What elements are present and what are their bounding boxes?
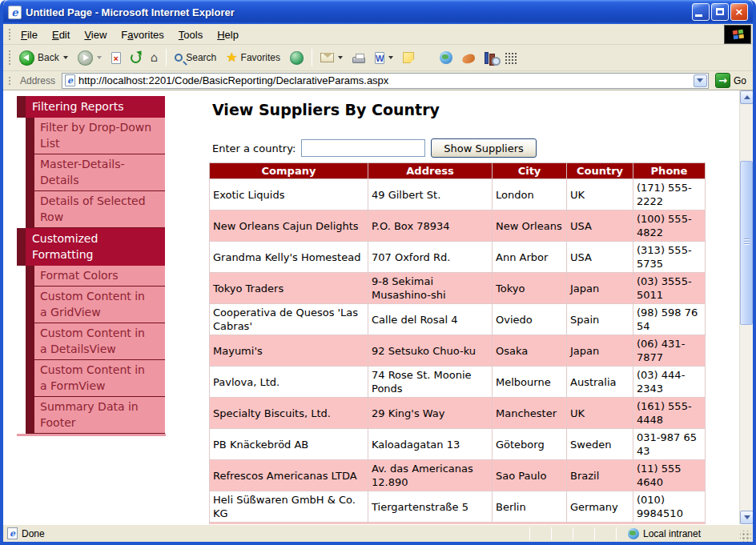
history-button[interactable] (286, 49, 308, 67)
table-cell: Tiergartenstraße 5 (368, 491, 493, 523)
scrollbar-thumb[interactable] (740, 161, 753, 325)
address-dropdown-button[interactable] (694, 74, 707, 87)
table-row: Pavlova, Ltd.74 Rose St. Moonie PondsMel… (210, 367, 706, 398)
sidebar-item[interactable]: Master-Details-Details (34, 154, 165, 191)
books-icon (485, 52, 489, 64)
close-button[interactable]: × (730, 3, 748, 21)
menu-item-favorites[interactable]: Favorites (114, 26, 171, 44)
table-cell: (100) 555-4822 (633, 210, 706, 242)
menu-item-edit[interactable]: Edit (45, 26, 77, 44)
title-bar: e Untitled Page - Microsoft Internet Exp… (3, 0, 753, 24)
forward-button[interactable] (74, 48, 106, 68)
column-header-phone: Phone (633, 163, 706, 179)
table-cell: (03) 3555-5011 (633, 273, 706, 304)
table-cell: Göteborg (493, 429, 567, 460)
go-button[interactable]: → Go (712, 72, 750, 89)
address-label: Address (17, 75, 58, 86)
table-cell: New Orleans (493, 210, 567, 242)
ie-app-icon: e (8, 6, 22, 19)
back-dropdown-icon[interactable] (63, 56, 68, 59)
edit-with-word-button[interactable]: W (371, 50, 397, 66)
menu-item-view[interactable]: View (77, 26, 114, 44)
vertical-scrollbar[interactable] (739, 90, 753, 524)
column-header-company: Company (210, 163, 368, 179)
search-button[interactable]: Search (171, 50, 220, 66)
chevron-down-icon (744, 515, 750, 519)
table-cell: USA (567, 242, 633, 273)
msn-globe-button[interactable] (436, 49, 456, 66)
table-cell: (98) 598 76 54 (633, 304, 706, 335)
scroll-up-button[interactable] (740, 90, 753, 104)
table-cell: Av. das Americanas 12.890 (368, 460, 493, 491)
sidebar-item[interactable]: Details of Selected Row (34, 191, 165, 228)
sidebar-item[interactable]: Summary Data in Footer (34, 397, 165, 434)
sidebar-item[interactable]: Filter by Drop-Down List (34, 118, 165, 154)
sidebar-section-header: Customized Formatting (17, 228, 165, 266)
sidebar-item[interactable]: Format Colors (34, 266, 165, 287)
sidebar-item[interactable]: Custom Content in a DetailsView (34, 323, 165, 360)
forward-dropdown-icon[interactable] (97, 56, 102, 59)
sidebar-item[interactable]: Custom Content in a FormView (34, 360, 165, 397)
table-cell: PB Knäckebröd AB (210, 429, 368, 460)
home-button[interactable]: ⌂ (147, 50, 163, 66)
word-icon: W (375, 52, 384, 64)
favorites-button[interactable]: ★ Favorites (222, 49, 284, 66)
research-button[interactable] (458, 50, 479, 66)
table-row: Mayumi's92 Setsuko Chuo-kuOsakaJapan(06)… (210, 335, 706, 367)
minimize-icon (695, 14, 702, 17)
sidebar-item[interactable]: Custom Content in a GridView (34, 287, 165, 323)
table-row: Exotic Liquids49 Gilbert St.LondonUK(171… (210, 179, 706, 210)
minimize-button[interactable] (692, 3, 710, 21)
favorites-star-icon: ★ (226, 51, 237, 64)
country-input[interactable] (301, 139, 425, 157)
sidebar-section-tab (17, 96, 26, 118)
table-row: Cooperativa de Quesos 'Las Cabras'Calle … (210, 304, 706, 335)
table-cell: Oviedo (493, 304, 567, 335)
back-button[interactable]: Back (15, 48, 72, 68)
menu-item-help[interactable]: Help (210, 26, 246, 44)
country-label: Enter a country: (212, 142, 296, 154)
address-field[interactable]: e http://localhost:2201/Code/BasicReport… (62, 73, 709, 89)
refresh-button[interactable] (127, 50, 145, 66)
go-label: Go (734, 75, 746, 86)
toolbar-grip[interactable] (7, 75, 11, 86)
edit-dropdown-icon[interactable] (388, 56, 393, 59)
window-title: Untitled Page - Microsoft Internet Explo… (26, 6, 692, 18)
stop-button[interactable]: × (107, 50, 125, 66)
table-cell: UK (567, 179, 633, 210)
mail-button[interactable] (316, 50, 347, 65)
maximize-button[interactable] (711, 3, 729, 21)
mail-dropdown-icon[interactable] (338, 56, 343, 59)
page-ie-icon: e (65, 74, 75, 86)
address-url[interactable]: http://localhost:2201/Code/BasicReportin… (78, 74, 694, 86)
table-cell: (161) 555-4448 (633, 398, 706, 429)
toolbar-grip[interactable] (7, 27, 11, 42)
resize-grip[interactable] (740, 531, 751, 542)
table-row: Refrescos Americanas LTDAAv. das America… (210, 460, 706, 491)
toolbar-grip[interactable] (7, 49, 11, 66)
status-separator (573, 527, 573, 540)
refresh-icon (131, 53, 141, 63)
menu-item-file[interactable]: File (14, 26, 45, 44)
table-row: Tokyo Traders9-8 Sekimai Musashino-shiTo… (210, 273, 706, 304)
table-cell: Refrescos Americanas LTDA (210, 460, 368, 491)
table-cell: Bogenallee 51 (368, 523, 493, 525)
print-button[interactable] (348, 50, 369, 66)
menu-item-tools[interactable]: Tools (171, 26, 210, 44)
table-row: Plutzer LebensmittelgroßmärkteBogenallee… (210, 523, 706, 525)
mail-icon (320, 53, 334, 62)
reference-books-button[interactable] (481, 50, 499, 66)
table-cell: Mayumi's (210, 335, 368, 367)
status-page-icon: e (7, 527, 18, 539)
encryption-grid-button[interactable] (501, 50, 521, 66)
table-cell: Ann Arbor (493, 242, 567, 273)
table-row: Heli Süßwaren GmbH & Co. KGTiergartenstr… (210, 491, 706, 523)
table-cell: Tokyo (493, 273, 567, 304)
table-cell: (069) (633, 523, 706, 525)
show-suppliers-button[interactable]: Show Suppliers (431, 138, 537, 158)
discuss-button[interactable] (399, 50, 418, 66)
scroll-down-button[interactable] (740, 511, 753, 524)
table-cell: (06) 431-7877 (633, 335, 706, 367)
toolbar-separator (312, 49, 312, 66)
table-cell: (11) 555 4640 (633, 460, 706, 491)
